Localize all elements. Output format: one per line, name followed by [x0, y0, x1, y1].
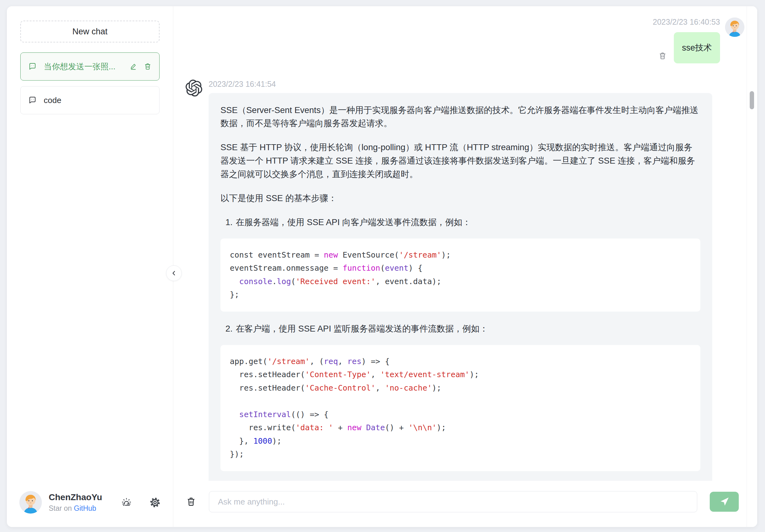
user-avatar	[19, 491, 42, 514]
send-plane-icon	[719, 496, 730, 507]
user-meta: ChenZhaoYu Star on GitHub	[49, 492, 114, 513]
user-subtitle: Star on GitHub	[49, 504, 114, 513]
conversation-list: 当你想发送一张照...	[20, 52, 160, 114]
user-message-bubble: sse技术	[674, 32, 720, 63]
message-input[interactable]	[209, 491, 697, 512]
chat-main: 2023/2/23 16:40:53 sse技术	[173, 6, 757, 527]
assistant-message-content: SSE（Server-Sent Events）是一种用于实现服务器向客户端推送数…	[221, 104, 700, 509]
chevron-left-icon	[171, 270, 177, 276]
app-window: New chat 当你想发送一张照...	[7, 6, 757, 527]
sidebar-collapse-button[interactable]	[166, 266, 182, 281]
chat-bubble-icon	[28, 62, 37, 71]
assistant-message: 2023/2/23 16:41:54 SSE（Server-Sent Event…	[186, 80, 747, 519]
theme-toggle-icon[interactable]	[121, 497, 132, 508]
conversation-title: 当你想发送一张照...	[44, 61, 122, 72]
clear-conversation-icon[interactable]	[186, 496, 196, 507]
conversation-title: code	[44, 96, 152, 105]
delete-icon[interactable]	[144, 62, 152, 71]
sidebar-top: New chat 当你想发送一张照...	[7, 6, 173, 480]
delete-message-icon[interactable]	[658, 52, 667, 60]
sidebar-footer-icons	[121, 497, 161, 508]
ordered-list-item: 1.在服务器端，使用 SSE API 向客户端发送事件流数据，例如：	[226, 216, 700, 229]
sidebar: New chat 当你想发送一张照...	[7, 6, 173, 527]
edit-icon[interactable]	[129, 62, 137, 71]
scrollbar-thumb[interactable]	[750, 91, 754, 109]
conversation-actions	[129, 62, 152, 71]
settings-gear-icon[interactable]	[150, 497, 161, 508]
openai-logo-icon	[186, 80, 202, 97]
code-block: const eventStream = new EventSource('/st…	[221, 239, 700, 311]
chat-input-bar	[173, 481, 747, 527]
conversation-item-active[interactable]: 当你想发送一张照...	[20, 52, 160, 81]
assistant-message-timestamp: 2023/2/23 16:41:54	[209, 80, 276, 89]
chat-bubble-icon	[28, 96, 37, 105]
user-message-timestamp: 2023/2/23 16:40:53	[653, 17, 720, 27]
ordered-list-item: 2.在客户端，使用 SSE API 监听服务器端发送的事件流数据，例如：	[226, 322, 700, 335]
conversation-item[interactable]: code	[20, 86, 160, 114]
sidebar-footer: ChenZhaoYu Star on GitHub	[7, 480, 173, 527]
new-chat-label: New chat	[72, 27, 108, 37]
star-on-text: Star on	[49, 504, 74, 512]
send-button[interactable]	[710, 492, 739, 512]
chat-scroll-area[interactable]: 2023/2/23 16:40:53 sse技术	[173, 6, 747, 527]
user-message: 2023/2/23 16:40:53 sse技术	[186, 17, 747, 63]
message-paragraph: SSE 基于 HTTP 协议，使用长轮询（long-polling）或 HTTP…	[221, 141, 700, 181]
user-name: ChenZhaoYu	[49, 492, 114, 503]
new-chat-button[interactable]: New chat	[20, 21, 160, 42]
github-link[interactable]: GitHub	[74, 504, 97, 512]
message-paragraph: 以下是使用 SSE 的基本步骤：	[221, 192, 700, 205]
assistant-message-bubble: SSE（Server-Sent Events）是一种用于实现服务器向客户端推送数…	[209, 93, 712, 519]
message-paragraph: SSE（Server-Sent Events）是一种用于实现服务器向客户端推送数…	[221, 104, 700, 131]
code-block: app.get('/stream', (req, res) => { res.s…	[221, 345, 700, 471]
user-message-avatar	[725, 17, 744, 37]
scrollbar-track[interactable]	[747, 6, 757, 527]
